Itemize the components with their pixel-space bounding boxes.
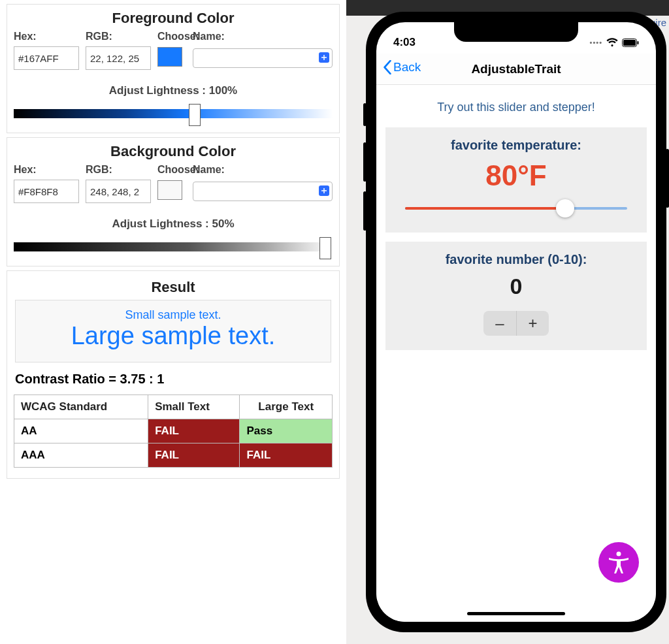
dropdown-icon (319, 185, 329, 196)
result-section: Result Small sample text. Large sample t… (7, 270, 340, 479)
cell-small: FAIL (148, 443, 240, 468)
svg-rect-1 (623, 40, 636, 46)
fg-rgb-input[interactable] (86, 46, 151, 70)
label-name: Name: (193, 164, 333, 176)
slider-gradient (14, 109, 333, 118)
th-small: Small Text (148, 395, 240, 419)
bg-name-select[interactable] (193, 182, 333, 201)
label-choose: Choose: (157, 164, 186, 176)
slider-thumb[interactable] (319, 237, 331, 259)
background-section: Background Color Hex: RGB: Choose: Name:… (7, 137, 340, 266)
cell-standard: AA (14, 419, 148, 443)
nav-bar: Back AdjustableTrait (376, 54, 656, 85)
cell-large: FAIL (240, 443, 333, 468)
bg-hex-input[interactable] (14, 180, 79, 203)
bg-color-swatch[interactable] (157, 180, 182, 200)
side-button (363, 103, 367, 126)
chevron-left-icon (383, 60, 392, 74)
number-stepper: – + (399, 311, 634, 336)
label-name: Name: (193, 31, 333, 42)
iphone-screen: 4:03 •••• Back AdjustableTrait (376, 22, 656, 622)
slider-thumb[interactable] (189, 104, 201, 126)
cell-standard: AAA (14, 443, 148, 468)
battery-icon (622, 39, 639, 47)
fg-lightness-slider[interactable] (14, 104, 333, 122)
notch (454, 22, 578, 42)
result-title: Result (14, 279, 333, 296)
sample-box: Small sample text. Large sample text. (15, 300, 331, 362)
right-area: Color Contrast Require 4:03 •••• (346, 0, 669, 644)
status-time: 4:03 (393, 36, 416, 49)
wcag-table: WCAG Standard Small Text Large Text AA F… (14, 394, 333, 468)
wifi-icon (606, 38, 618, 47)
home-indicator[interactable] (467, 612, 565, 615)
back-button[interactable]: Back (383, 60, 421, 74)
slider-gradient (14, 242, 333, 251)
screen-content: Try out this slider and stepper! favorit… (376, 85, 656, 622)
fg-hex-input[interactable] (14, 46, 79, 70)
side-button (363, 191, 367, 231)
accessibility-fab[interactable] (598, 542, 639, 583)
label-choose: Choose: (157, 31, 186, 42)
number-card: favorite number (0-10): 0 – + (385, 242, 647, 350)
cell-large: Pass (240, 419, 333, 443)
number-title: favorite number (0-10): (399, 252, 634, 267)
label-hex: Hex: (14, 31, 79, 42)
back-label: Back (393, 60, 421, 74)
number-value: 0 (399, 274, 634, 299)
label-hex: Hex: (14, 164, 79, 176)
bg-lightness-slider[interactable] (14, 237, 333, 255)
slider-knob[interactable] (556, 199, 574, 217)
bg-rgb-input[interactable] (86, 180, 151, 203)
small-sample-text: Small sample text. (20, 308, 327, 322)
label-rgb: RGB: (86, 31, 151, 42)
svg-rect-2 (638, 41, 639, 44)
th-large: Large Text (240, 395, 333, 419)
dropdown-icon (319, 52, 329, 63)
iphone-frame: 4:03 •••• Back AdjustableTrait (366, 12, 666, 632)
accessibility-icon (606, 549, 632, 575)
foreground-title: Foreground Color (14, 10, 333, 27)
temperature-title: favorite temperature: (399, 138, 634, 153)
slider-fill (405, 207, 565, 210)
fg-name-select[interactable] (193, 48, 333, 68)
svg-point-3 (617, 552, 621, 556)
side-button (666, 149, 669, 208)
contrast-checker-panel: Foreground Color Hex: RGB: Choose: Name:… (0, 0, 346, 644)
th-standard: WCAG Standard (14, 395, 148, 419)
foreground-section: Foreground Color Hex: RGB: Choose: Name:… (7, 4, 340, 133)
fg-lightness-label: Adjust Lightness : 100% (14, 84, 333, 97)
cell-small: FAIL (148, 419, 240, 443)
temperature-value: 80°F (399, 159, 634, 192)
nav-title: AdjustableTrait (471, 62, 561, 76)
cellular-icon: •••• (590, 39, 602, 46)
fg-color-swatch[interactable] (157, 47, 182, 67)
background-title: Background Color (14, 143, 333, 160)
table-row: AAA FAIL FAIL (14, 443, 333, 468)
temperature-card: favorite temperature: 80°F (385, 127, 647, 233)
bg-lightness-label: Adjust Lightness : 50% (14, 217, 333, 231)
table-row: AA FAIL Pass (14, 419, 333, 443)
stepper-decrement[interactable]: – (483, 311, 516, 336)
label-rgb: RGB: (86, 164, 151, 176)
large-sample-text: Large sample text. (20, 322, 327, 350)
contrast-ratio-label: Contrast Ratio = 3.75 : 1 (15, 372, 333, 387)
intro-text: Try out this slider and stepper! (385, 101, 647, 114)
temperature-slider[interactable] (405, 199, 627, 218)
side-button (363, 142, 367, 182)
stepper-increment[interactable]: + (516, 311, 549, 336)
